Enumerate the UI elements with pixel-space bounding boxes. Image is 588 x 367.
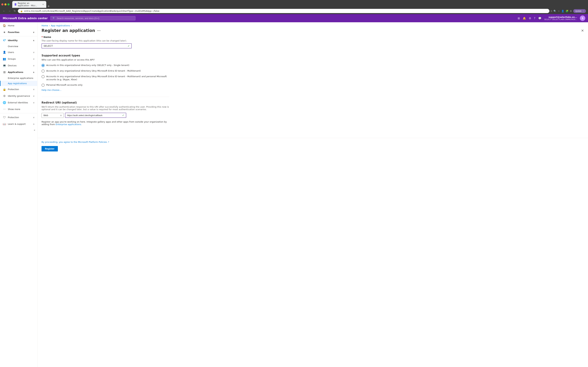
- sidebar-divider-2: [0, 113, 37, 113]
- sidebar-item-external-identities[interactable]: 🌐 External Identities ∨: [0, 99, 37, 106]
- active-tab[interactable]: Register an application - Micr... ✕: [12, 1, 46, 8]
- settings-icon[interactable]: ⚙: [570, 10, 572, 12]
- top-bar: Microsoft Entra admin center 🔍 ⊞ 🔔 ⚙ ? 💬…: [0, 14, 588, 22]
- name-check-icon: ✓: [128, 44, 130, 47]
- top-bar-actions: ⊞ 🔔 ⚙ ? 💬 support@selectlabs.on... SELEC…: [518, 16, 585, 21]
- sidebar-applications-label: Applications: [8, 71, 31, 74]
- name-input-wrapper[interactable]: ✓: [42, 43, 132, 49]
- redirect-uri-row: Web ∨ ✓: [42, 113, 170, 118]
- gear-icon[interactable]: ⚙: [529, 17, 531, 20]
- close-button[interactable]: ✕: [581, 29, 584, 33]
- refresh-button[interactable]: ↻: [13, 9, 17, 13]
- sidebar-collapse-button[interactable]: «: [0, 127, 37, 133]
- uri-input-wrapper[interactable]: ✓: [65, 113, 126, 118]
- sidebar-item-app-registrations[interactable]: App registrations: [0, 81, 37, 86]
- radio-single-tenant[interactable]: [42, 64, 45, 67]
- sidebar-item-protection[interactable]: 🔒 Protection ∨: [0, 86, 37, 93]
- minimize-traffic-light[interactable]: [4, 3, 7, 5]
- sidebar-item-devices[interactable]: 💻 Devices ∨: [0, 62, 37, 69]
- applications-icon: ⊞: [3, 71, 6, 74]
- radio-multitenant-personal[interactable]: [42, 75, 45, 78]
- bell-icon[interactable]: 🔔: [523, 17, 526, 20]
- groups-chevron: ∨: [33, 58, 34, 60]
- account-types-section: Supported account types Who can use this…: [42, 54, 170, 91]
- sidebar-item-overview[interactable]: Overview: [0, 44, 37, 49]
- redirect-uri-input[interactable]: [67, 114, 122, 117]
- help-me-choose-link[interactable]: Help me choose...: [42, 89, 61, 91]
- sidebar-item-enterprise-apps[interactable]: Enterprise applications: [0, 75, 37, 81]
- sidebar-home-label: Home: [8, 24, 34, 27]
- portal-icon[interactable]: ⊞: [518, 17, 520, 20]
- favorites-chevron: ∨: [33, 31, 34, 33]
- redirect-uri-title: Redirect URI (optional): [42, 101, 170, 104]
- sidebar-item-groups[interactable]: 👥 Groups ∨: [0, 56, 37, 62]
- sidebar-enterprise-apps-label: Enterprise applications: [8, 77, 33, 79]
- search-icon: 🔍: [52, 17, 55, 20]
- sidebar-favorites-label: Favorites: [8, 31, 31, 33]
- info-text: Register an app you're working on here. …: [42, 121, 170, 126]
- policy-link[interactable]: By proceeding, you agree to the Microsof…: [42, 141, 584, 143]
- forward-button[interactable]: →: [8, 9, 12, 13]
- name-input[interactable]: [43, 44, 128, 47]
- search-box[interactable]: 🔍: [50, 16, 136, 20]
- tab-favicon: [15, 3, 16, 6]
- cast-icon[interactable]: ⎘: [551, 10, 552, 12]
- sidebar-applications[interactable]: ⊞ Applications ∧: [0, 69, 37, 75]
- section-divider: [42, 97, 170, 97]
- radio-personal[interactable]: [42, 84, 45, 87]
- bottom-section: By proceeding, you agree to the Microsof…: [37, 138, 588, 156]
- extensions-icon[interactable]: 🧩: [566, 10, 568, 12]
- radio-multitenant[interactable]: [42, 69, 45, 73]
- policy-text: By proceeding, you agree to the Microsof…: [42, 141, 107, 143]
- groups-icon: 👥: [3, 57, 6, 60]
- address-bar[interactable]: 🔒 entra.microsoft.com/#view/Microsoft_AA…: [18, 9, 549, 13]
- tab-close-icon[interactable]: ✕: [42, 3, 44, 6]
- zoom-icon[interactable]: 🔍: [554, 10, 556, 12]
- traffic-lights: [1, 3, 9, 5]
- sidebar-external-label: External Identities: [8, 101, 31, 104]
- page-header: Register an application ··· ✕: [37, 27, 588, 36]
- applications-chevron: ∧: [33, 71, 34, 74]
- enterprise-apps-link[interactable]: Enterprise applications.: [56, 123, 82, 126]
- platform-select[interactable]: Web ∨: [42, 113, 64, 118]
- required-star: *: [42, 36, 43, 38]
- register-button[interactable]: Register: [42, 146, 58, 151]
- breadcrumb-app-registrations[interactable]: App registrations: [51, 24, 70, 27]
- sidebar-protection-label: Protection: [8, 88, 31, 91]
- bookmark-icon[interactable]: ☆: [558, 10, 560, 12]
- profile-icon[interactable]: 👤: [561, 10, 564, 12]
- sidebar-item-learn-support[interactable]: 📖 Learn & support ∧: [0, 121, 37, 127]
- maximize-traffic-light[interactable]: [8, 3, 9, 5]
- help-icon[interactable]: ?: [534, 17, 536, 20]
- collapse-icon: «: [34, 129, 35, 131]
- close-traffic-light[interactable]: [1, 3, 3, 5]
- avatar[interactable]: S: [580, 16, 585, 21]
- governance-chevron: ∨: [33, 95, 34, 97]
- form-content: * Name The user-facing display name for …: [37, 36, 174, 135]
- breadcrumb-home[interactable]: Home: [42, 24, 48, 27]
- radio-item-single-tenant: Accounts in this organizational director…: [42, 64, 170, 67]
- sidebar-identity-label: Identity: [8, 39, 31, 42]
- uri-check-icon: ✓: [122, 114, 124, 117]
- sidebar-learn-label: Learn & support: [8, 123, 31, 125]
- external-icon: 🌐: [3, 101, 6, 104]
- sidebar-identity[interactable]: 💎 Identity ∧: [0, 37, 37, 44]
- more-options-button[interactable]: ···: [97, 29, 101, 33]
- sidebar-item-protection2[interactable]: 🛡 Protection ∨: [0, 114, 37, 121]
- sidebar-item-identity-governance[interactable]: ⚙ Identity governance ∨: [0, 93, 37, 99]
- tab-title: Register an application - Micr...: [18, 2, 41, 7]
- back-button[interactable]: ←: [2, 9, 6, 13]
- sidebar-item-home[interactable]: 🏠 Home: [0, 22, 37, 29]
- feedback-icon[interactable]: 💬: [538, 17, 542, 20]
- sidebar-item-show-more[interactable]: ··· Show more: [0, 106, 37, 113]
- radio-multitenant-personal-label: Accounts in any organizational directory…: [46, 75, 170, 81]
- sidebar-favorites[interactable]: ★ Favorites ∨: [0, 29, 37, 35]
- more-icon: ···: [3, 108, 6, 111]
- new-tab-button[interactable]: +: [46, 4, 51, 8]
- search-input[interactable]: [57, 17, 133, 20]
- update-button[interactable]: Update ⋮: [573, 9, 586, 13]
- sidebar-item-users[interactable]: 👤 Users ∨: [0, 49, 37, 56]
- user-name: support@selectlabs.on...: [544, 16, 577, 18]
- favorites-icon: ★: [3, 31, 6, 34]
- identity-chevron: ∧: [33, 39, 34, 42]
